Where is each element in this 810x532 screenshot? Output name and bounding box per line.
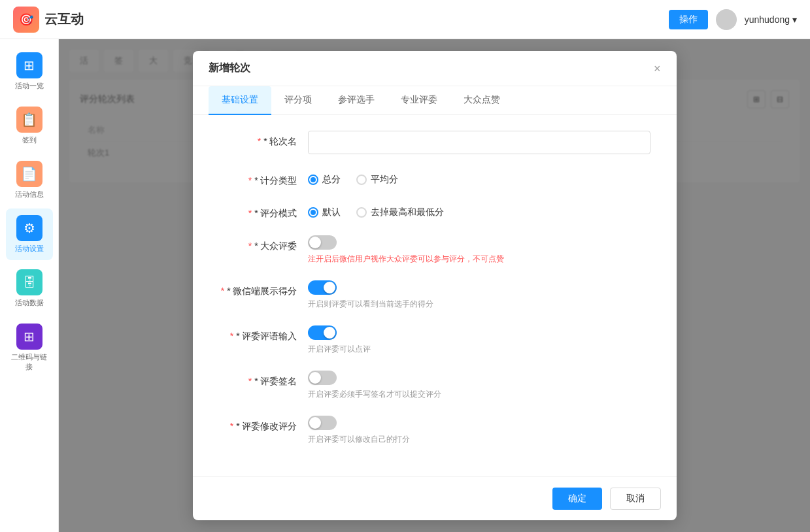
radio-default-circle [308, 207, 318, 218]
round-name-control [308, 131, 650, 154]
wechat-score-toggle[interactable] [308, 280, 337, 295]
public-judge-label: ** 大众评委 [219, 235, 297, 252]
radio-total-score-circle [308, 175, 318, 185]
sidebar-item-activities[interactable]: ⊞ 活动一览 [6, 46, 53, 97]
score-mode-label: ** 评分模式 [219, 203, 297, 220]
radio-average-score-circle [356, 175, 367, 185]
database-icon: 🗄 [16, 269, 42, 295]
tab-public-likes[interactable]: 大众点赞 [450, 86, 513, 115]
score-type-label: ** 计分类型 [219, 170, 297, 187]
judge-sign-toggle[interactable] [308, 371, 337, 385]
dialog-header: 新增轮次 × [193, 51, 677, 86]
user-name[interactable]: yunhudong ▾ [745, 14, 797, 25]
tab-pro-judges[interactable]: 专业评委 [388, 86, 450, 115]
doc-icon-sign: 📋 [16, 107, 42, 133]
form-row-judge-modify: ** 评委修改评分 开启评委可以修改自己的打分 [219, 416, 650, 445]
logo-area: 🎯 云互动 [13, 7, 84, 33]
judge-modify-control: 开启评委可以修改自己的打分 [308, 416, 650, 445]
judge-sign-hint: 开启评委必须手写签名才可以提交评分 [308, 389, 650, 400]
sidebar-label-activity-settings: 活动设置 [15, 244, 44, 254]
sidebar-item-activity-settings[interactable]: ⚙ 活动设置 [6, 208, 53, 260]
form-row-public-judge: ** 大众评委 注开启后微信用户视作大众评委可以参与评分，不可点赞 [219, 235, 650, 265]
doc-icon-info: 📄 [16, 161, 42, 187]
tab-contestants[interactable]: 参评选手 [325, 86, 388, 115]
score-type-control: 总分 平均分 [308, 170, 650, 186]
sidebar-item-sign[interactable]: 📋 签到 [6, 100, 53, 152]
judge-comment-toggle[interactable] [308, 325, 337, 340]
radio-default-mode[interactable]: 默认 [308, 207, 341, 218]
form-row-score-mode: ** 评分模式 默认 去掉最高和最低分 [219, 203, 650, 220]
form-row-judge-comment: ** 评委评语输入 开启评委可以点评 [219, 325, 650, 355]
sidebar-label-activities: 活动一览 [15, 81, 44, 91]
public-judge-control: 注开启后微信用户视作大众评委可以参与评分，不可点赞 [308, 235, 650, 265]
radio-remove-highlow[interactable]: 去掉最高和最低分 [356, 207, 444, 218]
judge-modify-label: ** 评委修改评分 [219, 416, 297, 433]
dialog-title: 新增轮次 [209, 61, 250, 75]
public-judge-warning: 注开启后微信用户视作大众评委可以参与评分，不可点赞 [308, 254, 650, 265]
gear-icon: ⚙ [16, 215, 42, 241]
logo-icon: 🎯 [13, 7, 39, 33]
wechat-score-hint: 开启则评委可以看到当前选手的得分 [308, 299, 650, 310]
avatar [716, 9, 737, 30]
tab-scoring-items[interactable]: 评分项 [271, 86, 325, 115]
logo-text: 云互动 [44, 10, 84, 28]
confirm-button[interactable]: 确定 [552, 488, 602, 510]
form-row-score-type: ** 计分类型 总分 平均分 [219, 170, 650, 187]
score-mode-radio-group: 默认 去掉最高和最低分 [308, 203, 650, 218]
form-row-round-name: ** 轮次名 [219, 131, 650, 154]
sidebar-label-activity-info: 活动信息 [15, 190, 44, 199]
main-content: 活 签 大 竞 高 电 评分轮次列表 ⊞ ⊟ 名称 类型 操作 轮次1总分 [59, 39, 810, 532]
score-mode-control: 默认 去掉最高和最低分 [308, 203, 650, 218]
dialog-close-button[interactable]: × [654, 63, 661, 75]
radio-average-score[interactable]: 平均分 [356, 174, 398, 186]
judge-sign-label: ** 评委签名 [219, 371, 297, 388]
judge-sign-control: 开启评委必须手写签名才可以提交评分 [308, 371, 650, 400]
sidebar-label-qrcode: 二维码与链接 [10, 352, 49, 372]
dialog-overlay: 新增轮次 × 基础设置 评分项 参评选手 专业评委 大众点赞 ** 轮次名 [59, 39, 810, 532]
sidebar-label-activity-data: 活动数据 [15, 298, 44, 308]
public-judge-toggle[interactable] [308, 235, 337, 250]
score-type-radio-group: 总分 平均分 [308, 170, 650, 186]
sidebar-label-sign: 签到 [22, 135, 37, 145]
cancel-button[interactable]: 取消 [610, 488, 661, 510]
dialog-tabs: 基础设置 评分项 参评选手 专业评委 大众点赞 [193, 86, 677, 115]
judge-comment-control: 开启评委可以点评 [308, 325, 650, 355]
judge-comment-hint: 开启评委可以点评 [308, 344, 650, 355]
sidebar-item-qrcode[interactable]: ⊞ 二维码与链接 [6, 317, 53, 378]
dialog: 新增轮次 × 基础设置 评分项 参评选手 专业评委 大众点赞 ** 轮次名 [193, 51, 677, 520]
top-action-button[interactable]: 操作 [669, 10, 708, 29]
radio-total-score[interactable]: 总分 [308, 174, 341, 186]
sidebar-item-activity-info[interactable]: 📄 活动信息 [6, 154, 53, 206]
wechat-score-label: ** 微信端展示得分 [219, 280, 297, 297]
radio-remove-highlow-circle [356, 207, 367, 218]
user-area: 操作 yunhudong ▾ [669, 9, 797, 30]
form-row-judge-sign: ** 评委签名 开启评委必须手写签名才可以提交评分 [219, 371, 650, 400]
tab-basic-settings[interactable]: 基础设置 [209, 86, 271, 115]
grid-icon: ⊞ [16, 52, 42, 78]
judge-comment-label: ** 评委评语输入 [219, 325, 297, 342]
round-name-input[interactable] [308, 131, 650, 154]
judge-modify-toggle[interactable] [308, 416, 337, 430]
sidebar: ⊞ 活动一览 📋 签到 📄 活动信息 ⚙ 活动设置 🗄 活动数据 ⊞ 二维码与链… [0, 39, 59, 532]
wechat-score-control: 开启则评委可以看到当前选手的得分 [308, 280, 650, 310]
top-bar: 🎯 云互动 操作 yunhudong ▾ [0, 0, 810, 39]
round-name-label: ** 轮次名 [219, 131, 297, 148]
sidebar-item-activity-data[interactable]: 🗄 活动数据 [6, 263, 53, 314]
judge-modify-hint: 开启评委可以修改自己的打分 [308, 434, 650, 445]
form-row-wechat-score: ** 微信端展示得分 开启则评委可以看到当前选手的得分 [219, 280, 650, 310]
dialog-body: ** 轮次名 ** 计分类型 总分 [193, 115, 677, 476]
dialog-footer: 确定 取消 [193, 476, 677, 520]
qr-icon: ⊞ [16, 324, 42, 350]
